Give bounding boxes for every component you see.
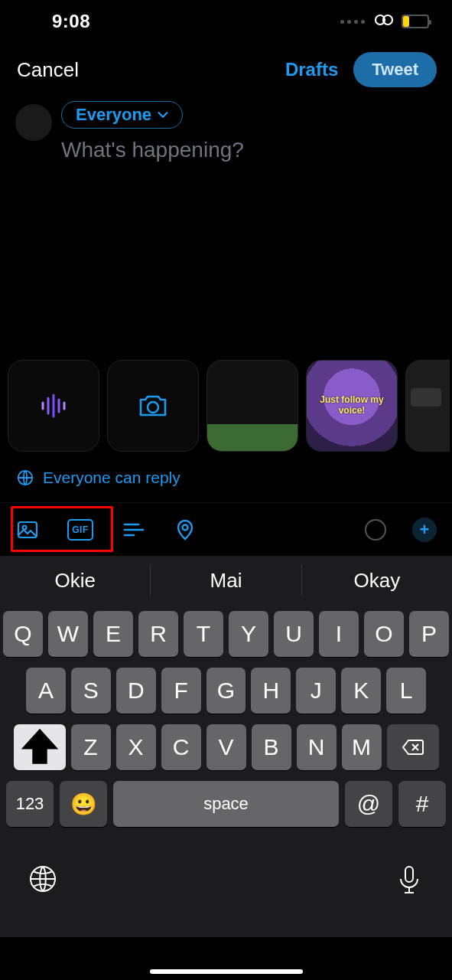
reply-settings-label: Everyone can reply [43, 469, 180, 487]
tweet-button[interactable]: Tweet [353, 52, 437, 87]
avatar[interactable] [15, 104, 52, 141]
composer: Everyone What's happening? [0, 96, 452, 162]
key-hash[interactable]: # [398, 781, 446, 827]
key-p[interactable]: P [409, 611, 449, 657]
suggestion-3[interactable]: Okay [301, 565, 452, 596]
audio-wave-icon [37, 389, 70, 423]
key-q[interactable]: Q [3, 611, 43, 657]
camera-icon [136, 389, 170, 423]
microphone-icon [394, 864, 424, 894]
location-button[interactable] [173, 518, 197, 542]
camera-button[interactable] [107, 360, 199, 452]
add-thread-button[interactable]: + [412, 518, 437, 542]
status-time: 9:08 [52, 11, 90, 32]
key-m[interactable]: M [342, 724, 382, 770]
key-v[interactable]: V [206, 724, 246, 770]
cancel-button[interactable]: Cancel [17, 58, 79, 82]
recent-photo-2[interactable]: Just follow my voice! [306, 360, 398, 452]
svg-point-10 [23, 525, 27, 529]
key-space[interactable]: space [113, 781, 339, 827]
keyboard: Okie Mai Okay Q W E R T Y U I O P A S D … [0, 556, 452, 937]
key-delete[interactable] [387, 724, 439, 770]
key-d[interactable]: D [116, 668, 156, 714]
compose-nav-bar: Cancel Drafts Tweet [0, 43, 452, 96]
svg-rect-16 [405, 867, 413, 882]
audience-label: Everyone [76, 105, 151, 125]
suggestion-1[interactable]: Okie [0, 569, 150, 593]
key-o[interactable]: O [364, 611, 404, 657]
poll-icon [122, 518, 145, 541]
svg-point-14 [183, 524, 188, 530]
image-icon [16, 518, 39, 541]
key-k[interactable]: K [341, 668, 381, 714]
key-g[interactable]: G [206, 668, 246, 714]
reply-settings-button[interactable]: Everyone can reply [0, 452, 452, 502]
key-numbers[interactable]: 123 [6, 781, 54, 827]
emoji-icon: 😀 [70, 792, 97, 817]
status-bar: 9:08 [0, 0, 452, 43]
poll-button[interactable] [121, 518, 145, 542]
recent-photo-2-caption: Just follow my voice! [307, 394, 397, 416]
recent-photo-1[interactable] [206, 360, 298, 452]
key-b[interactable]: B [252, 724, 291, 770]
voice-tweet-button[interactable] [8, 360, 99, 452]
gif-button[interactable]: GIF [67, 519, 93, 541]
battery-icon [402, 15, 429, 28]
location-icon [174, 518, 197, 541]
status-icons [340, 12, 429, 31]
compose-toolbar: GIF + [0, 502, 452, 556]
photo-button[interactable] [15, 518, 40, 542]
key-at[interactable]: @ [345, 781, 392, 827]
key-shift[interactable] [14, 724, 66, 770]
audience-selector[interactable]: Everyone [61, 101, 183, 129]
key-t[interactable]: T [184, 611, 223, 657]
home-indicator[interactable] [150, 969, 303, 974]
key-e[interactable]: E [93, 611, 133, 657]
key-n[interactable]: N [297, 724, 337, 770]
key-y[interactable]: Y [229, 611, 268, 657]
signal-dots-icon [340, 20, 365, 24]
suggestion-2[interactable]: Mai [150, 565, 301, 596]
key-f[interactable]: F [161, 668, 201, 714]
keyboard-globe-button[interactable] [28, 864, 58, 897]
key-i[interactable]: I [319, 611, 359, 657]
key-l[interactable]: L [386, 668, 426, 714]
key-h[interactable]: H [251, 668, 291, 714]
key-j[interactable]: J [296, 668, 336, 714]
backspace-icon [402, 738, 424, 756]
character-count-ring [365, 519, 386, 541]
chevron-down-icon [156, 108, 170, 122]
key-u[interactable]: U [274, 611, 314, 657]
media-strip: Just follow my voice! [0, 360, 452, 452]
key-a[interactable]: A [26, 668, 66, 714]
recent-photo-3[interactable] [405, 360, 450, 452]
svg-rect-9 [18, 522, 37, 537]
personal-hotspot-icon [372, 12, 395, 31]
key-emoji[interactable]: 😀 [60, 781, 107, 827]
svg-point-7 [148, 402, 158, 413]
suggestion-row: Okie Mai Okay [0, 556, 452, 605]
key-c[interactable]: C [161, 724, 201, 770]
drafts-button[interactable]: Drafts [285, 59, 338, 80]
key-r[interactable]: R [138, 611, 178, 657]
key-z[interactable]: Z [71, 724, 111, 770]
compose-input[interactable]: What's happening? [61, 138, 437, 162]
globe-icon [28, 864, 58, 894]
shift-icon [14, 721, 66, 773]
globe-icon [17, 469, 34, 486]
key-x[interactable]: X [116, 724, 156, 770]
key-s[interactable]: S [71, 668, 111, 714]
key-w[interactable]: W [48, 611, 88, 657]
keyboard-dictate-button[interactable] [394, 864, 424, 897]
